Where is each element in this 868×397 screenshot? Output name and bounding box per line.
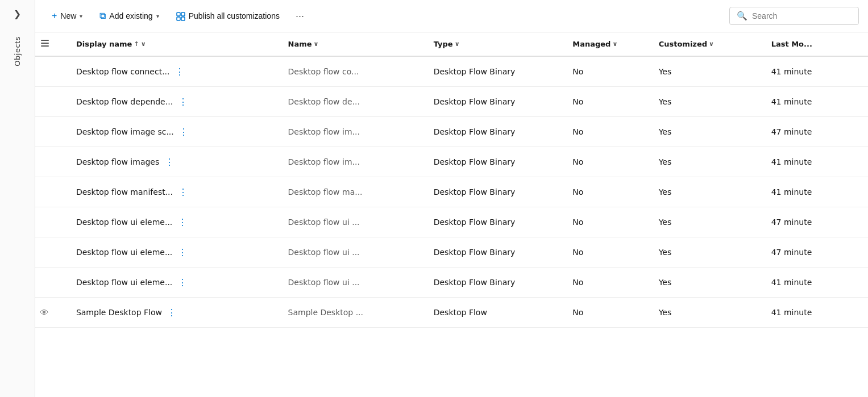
type-cell: Desktop Flow Binary bbox=[425, 237, 564, 268]
table-row: Desktop flow connect... ⋮ Desktop flow c… bbox=[35, 56, 868, 87]
display-name-cell: Desktop flow ui eleme... ⋮ bbox=[67, 207, 279, 237]
chevron-right-icon: ❯ bbox=[14, 9, 21, 19]
last-modified-cell: 47 minute bbox=[762, 237, 868, 268]
name-sort-icon: ∨ bbox=[314, 40, 319, 48]
display-name-cell: Desktop flow ui eleme... ⋮ bbox=[67, 268, 279, 298]
name-cell: Desktop flow im... bbox=[279, 117, 425, 147]
row-context-menu-button[interactable]: ⋮ bbox=[161, 154, 177, 170]
search-box[interactable]: 🔍 bbox=[729, 7, 859, 25]
display-name-cell: Desktop flow ui eleme... ⋮ bbox=[67, 237, 279, 268]
sidebar-label: Objects bbox=[13, 36, 22, 66]
svg-rect-0 bbox=[177, 12, 180, 16]
main-content: + New ▾ ⧉ Add existing ▾ Publish all cus… bbox=[35, 0, 868, 397]
add-existing-icon: ⧉ bbox=[99, 11, 106, 21]
display-name-cell: Desktop flow manifest... ⋮ bbox=[67, 177, 279, 207]
last-modified-label: Last Mo... bbox=[771, 40, 812, 48]
row-context-menu-button[interactable]: ⋮ bbox=[175, 184, 191, 200]
display-name-value: Desktop flow ui eleme... bbox=[76, 278, 172, 287]
sidebar: ❯ Objects bbox=[0, 0, 35, 397]
more-options-button[interactable]: ··· bbox=[289, 6, 310, 26]
display-name-value: Desktop flow images bbox=[76, 157, 159, 166]
type-cell: Desktop Flow Binary bbox=[425, 87, 564, 117]
table-row: Desktop flow ui eleme... ⋮ Desktop flow … bbox=[35, 237, 868, 268]
customized-sort-icon: ∨ bbox=[709, 40, 714, 48]
add-existing-button[interactable]: ⧉ Add existing ▾ bbox=[92, 7, 166, 25]
type-cell: Desktop Flow Binary bbox=[425, 56, 564, 87]
row-context-menu-button[interactable]: ⋮ bbox=[164, 304, 180, 320]
customized-label: Customized bbox=[659, 40, 707, 48]
managed-cell: No bbox=[563, 87, 649, 117]
row-checkbox-col bbox=[35, 207, 67, 237]
new-button[interactable]: + New ▾ bbox=[44, 7, 90, 25]
row-context-menu-button[interactable]: ⋮ bbox=[172, 64, 188, 80]
managed-header[interactable]: Managed ∨ bbox=[563, 32, 649, 56]
customized-cell: Yes bbox=[650, 147, 762, 177]
add-existing-chevron-icon: ▾ bbox=[156, 13, 159, 19]
customized-header[interactable]: Customized ∨ bbox=[650, 32, 762, 56]
publish-label: Publish all customizations bbox=[189, 11, 280, 20]
svg-rect-3 bbox=[181, 17, 185, 20]
eye-icon: 👁 bbox=[40, 307, 49, 318]
publish-all-button[interactable]: Publish all customizations bbox=[169, 7, 287, 25]
svg-rect-5 bbox=[41, 43, 49, 44]
display-name-cell: Desktop flow connect... ⋮ bbox=[67, 56, 279, 87]
more-icon: ··· bbox=[296, 10, 304, 22]
name-cell: Desktop flow co... bbox=[279, 56, 425, 87]
display-name-cell: Desktop flow image sc... ⋮ bbox=[67, 117, 279, 147]
name-cell: Desktop flow ma... bbox=[279, 177, 425, 207]
customized-cell: Yes bbox=[650, 237, 762, 268]
name-cell: Desktop flow ui ... bbox=[279, 207, 425, 237]
table-row: Desktop flow image sc... ⋮ Desktop flow … bbox=[35, 117, 868, 147]
table-row: Desktop flow manifest... ⋮ Desktop flow … bbox=[35, 177, 868, 207]
new-label: New bbox=[60, 11, 76, 20]
type-cell: Desktop Flow Binary bbox=[425, 177, 564, 207]
row-context-menu-button[interactable]: ⋮ bbox=[175, 214, 190, 230]
name-cell: Desktop flow im... bbox=[279, 147, 425, 177]
toolbar: + New ▾ ⧉ Add existing ▾ Publish all cus… bbox=[35, 0, 868, 32]
add-existing-label: Add existing bbox=[109, 11, 152, 20]
row-checkbox-col bbox=[35, 56, 67, 87]
name-header[interactable]: Name ∨ bbox=[279, 32, 425, 56]
last-modified-cell: 41 minute bbox=[762, 268, 868, 298]
display-name-cell: Desktop flow images ⋮ bbox=[67, 147, 279, 177]
managed-cell: No bbox=[563, 207, 649, 237]
row-context-menu-button[interactable]: ⋮ bbox=[176, 124, 192, 140]
search-input[interactable] bbox=[752, 11, 852, 20]
display-name-value: Desktop flow manifest... bbox=[76, 187, 173, 197]
display-name-value: Desktop flow connect... bbox=[76, 67, 170, 76]
display-name-header[interactable]: Display name ↑ ∨ bbox=[67, 32, 279, 56]
row-checkbox-col bbox=[35, 177, 67, 207]
row-context-menu-button[interactable]: ⋮ bbox=[175, 244, 190, 260]
managed-cell: No bbox=[563, 147, 649, 177]
table-row: 👁 Sample Desktop Flow ⋮ Sample Desktop .… bbox=[35, 298, 868, 328]
last-modified-cell: 47 minute bbox=[762, 207, 868, 237]
svg-rect-1 bbox=[181, 12, 185, 16]
sidebar-toggle[interactable]: ❯ bbox=[9, 5, 27, 23]
managed-cell: No bbox=[563, 298, 649, 328]
table-row: Desktop flow depende... ⋮ Desktop flow d… bbox=[35, 87, 868, 117]
display-name-cell: Desktop flow depende... ⋮ bbox=[67, 87, 279, 117]
display-name-label: Display name bbox=[76, 40, 132, 48]
display-name-value: Desktop flow depende... bbox=[76, 97, 173, 106]
customized-cell: Yes bbox=[650, 268, 762, 298]
plus-icon: + bbox=[52, 11, 57, 21]
row-checkbox-col bbox=[35, 117, 67, 147]
search-icon: 🔍 bbox=[737, 11, 747, 21]
type-header[interactable]: Type ∨ bbox=[425, 32, 564, 56]
row-checkbox-col bbox=[35, 87, 67, 117]
list-icon bbox=[40, 41, 50, 50]
row-context-menu-button[interactable]: ⋮ bbox=[175, 274, 190, 290]
display-name-cell: Sample Desktop Flow ⋮ bbox=[67, 298, 279, 328]
customized-cell: Yes bbox=[650, 117, 762, 147]
name-cell: Sample Desktop ... bbox=[279, 298, 425, 328]
name-cell: Desktop flow ui ... bbox=[279, 237, 425, 268]
name-label: Name bbox=[288, 40, 312, 48]
row-context-menu-button[interactable]: ⋮ bbox=[175, 94, 191, 110]
new-chevron-icon: ▾ bbox=[80, 13, 82, 19]
select-all-col bbox=[35, 32, 67, 56]
name-cell: Desktop flow ui ... bbox=[279, 268, 425, 298]
type-cell: Desktop Flow Binary bbox=[425, 117, 564, 147]
table-row: Desktop flow ui eleme... ⋮ Desktop flow … bbox=[35, 268, 868, 298]
type-sort-icon: ∨ bbox=[455, 40, 460, 48]
svg-rect-4 bbox=[41, 40, 49, 41]
